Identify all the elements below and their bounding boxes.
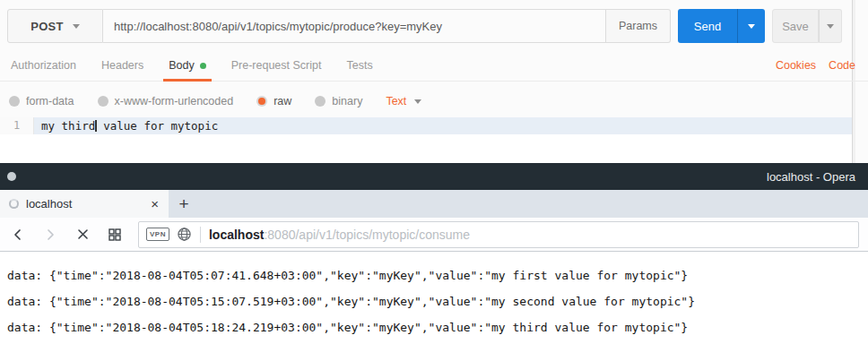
body-populated-dot <box>200 63 206 69</box>
speed-dial-icon[interactable] <box>102 222 127 247</box>
request-tabs: Authorization Headers Body Pre-request S… <box>0 50 868 82</box>
raw-type-dropdown[interactable]: Text <box>386 95 421 107</box>
mode-label: raw <box>273 95 291 107</box>
chevron-down-icon <box>748 24 755 29</box>
raw-type-label: Text <box>386 95 406 107</box>
params-button[interactable]: Params <box>606 9 671 43</box>
window-status-dot-icon <box>7 172 16 181</box>
tab-label: Headers <box>101 59 143 72</box>
code-link[interactable]: Code <box>829 59 855 72</box>
method-label: POST <box>30 20 64 33</box>
window-title: localhost - Opera <box>767 170 868 184</box>
send-button[interactable]: Send <box>678 9 737 43</box>
body-mode-selector: form-data x-www-form-urlencoded raw bina… <box>9 88 421 115</box>
postman-scrollbar[interactable] <box>852 0 855 163</box>
tab-body[interactable]: Body <box>167 50 208 81</box>
mode-binary[interactable]: binary <box>315 95 362 107</box>
radio-icon <box>315 96 326 107</box>
save-button-group: Save <box>772 9 842 43</box>
send-button-group: Send <box>678 9 765 43</box>
tab-label: Tests <box>346 59 372 72</box>
vpn-badge[interactable]: VPN <box>146 228 169 241</box>
tabs-right-links: Cookies Code <box>776 50 868 81</box>
radio-icon <box>9 96 20 107</box>
screen: POST Params Send Save Authorization <box>0 0 868 361</box>
back-button[interactable] <box>5 222 30 247</box>
editor-line: 1 my third value for mytopic <box>0 117 852 134</box>
mode-raw[interactable]: raw <box>256 95 291 107</box>
save-dropdown-button[interactable] <box>819 9 842 43</box>
mode-x-www-form-urlencoded[interactable]: x-www-form-urlencoded <box>98 95 234 107</box>
sse-data-line: data: {"time":"2018-08-04T05:18:24.219+0… <box>7 314 868 340</box>
tab-label: Authorization <box>11 59 76 72</box>
tab-label: Pre-request Script <box>231 59 322 72</box>
browser-tabstrip: localhost × + <box>0 190 868 218</box>
line-number: 1 <box>0 117 34 134</box>
browser-tab-title: localhost <box>26 197 148 211</box>
forward-button[interactable] <box>38 222 63 247</box>
text-after-cursor: value for mytopic <box>97 119 218 133</box>
address-host: localhost <box>209 228 264 242</box>
new-tab-button[interactable]: + <box>169 190 199 218</box>
address-separator <box>200 227 201 243</box>
tab-headers[interactable]: Headers <box>100 50 145 81</box>
text-before-cursor: my third <box>41 119 95 133</box>
globe-icon[interactable] <box>177 227 192 242</box>
close-tab-icon[interactable]: × <box>148 197 161 211</box>
chevron-down-icon <box>414 99 421 104</box>
cookies-link[interactable]: Cookies <box>776 59 816 72</box>
sse-data-line: data: {"time":"2018-08-04T05:15:07.519+0… <box>7 288 868 314</box>
sse-data-line: data: {"time":"2018-08-04T05:07:41.648+0… <box>7 262 868 288</box>
send-dropdown-button[interactable] <box>737 9 765 43</box>
method-dropdown[interactable]: POST <box>7 9 103 43</box>
chevron-down-icon <box>73 24 80 29</box>
tab-authorization[interactable]: Authorization <box>9 50 78 81</box>
opera-titlebar: localhost - Opera <box>0 163 868 190</box>
request-bar: POST Params Send Save <box>7 9 842 43</box>
raw-body-editor[interactable]: 1 my third value for mytopic <box>0 117 852 163</box>
radio-selected-icon <box>256 96 267 107</box>
save-button[interactable]: Save <box>772 9 819 43</box>
mode-label: binary <box>332 95 362 107</box>
loading-spinner-icon <box>9 199 19 209</box>
postman-window: POST Params Send Save Authorization <box>0 0 868 163</box>
stop-button[interactable] <box>70 222 95 247</box>
tab-tests[interactable]: Tests <box>344 50 374 81</box>
mode-form-data[interactable]: form-data <box>9 95 74 107</box>
browser-navbar: VPN localhost:8080/api/v1/topics/mytopic… <box>0 218 868 252</box>
mode-label: form-data <box>26 95 74 107</box>
page-content: data: {"time":"2018-08-04T05:07:41.648+0… <box>0 252 868 361</box>
editor-text: my third value for mytopic <box>34 117 852 134</box>
radio-icon <box>98 96 108 107</box>
address-path: :8080/api/v1/topics/mytopic/consume <box>264 228 470 242</box>
tab-label: Body <box>169 59 195 72</box>
mode-label: x-www-form-urlencoded <box>115 95 234 107</box>
chevron-down-icon <box>827 24 834 29</box>
address-bar[interactable]: VPN localhost:8080/api/v1/topics/mytopic… <box>138 221 859 248</box>
browser-tab-localhost[interactable]: localhost × <box>0 190 169 218</box>
tab-pre-request-script[interactable]: Pre-request Script <box>230 50 324 81</box>
url-input[interactable] <box>103 9 606 43</box>
